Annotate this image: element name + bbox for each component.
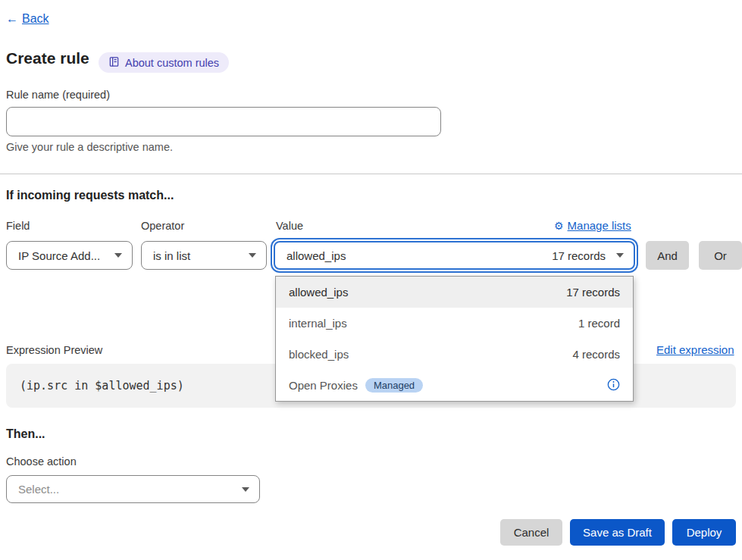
book-icon <box>108 56 120 70</box>
back-arrow-icon: ← <box>6 12 18 26</box>
list-item-blocked-ips[interactable]: blocked_ips 4 records <box>276 339 633 370</box>
gear-icon: ⚙ <box>554 220 564 232</box>
operator-label: Operator <box>141 220 184 232</box>
or-button[interactable]: Or <box>699 241 742 270</box>
chevron-down-icon <box>249 253 256 258</box>
field-label: Field <box>6 220 30 232</box>
match-heading: If incoming requests match... <box>6 189 174 202</box>
back-link[interactable]: ←Back <box>6 12 49 26</box>
manage-lists-link[interactable]: ⚙ Manage lists <box>554 219 631 232</box>
chevron-down-icon <box>114 253 122 258</box>
deploy-button[interactable]: Deploy <box>672 519 736 546</box>
then-heading: Then... <box>6 427 45 441</box>
list-item-internal-ips[interactable]: internal_ips 1 record <box>276 308 633 339</box>
list-item-name: allowed_ips <box>289 286 348 299</box>
list-item-allowed-ips[interactable]: allowed_ips 17 records <box>276 277 633 308</box>
rule-name-label: Rule name (required) <box>6 89 110 101</box>
field-select-value: IP Source Add... <box>18 249 100 262</box>
rule-name-helper: Give your rule a descriptive name. <box>6 141 173 153</box>
back-label: Back <box>22 12 49 26</box>
edit-expression-link[interactable]: Edit expression <box>656 343 734 356</box>
list-item-name: internal_ips <box>289 317 347 330</box>
value-select-value: allowed_ips <box>286 249 346 262</box>
page-title: Create rule <box>6 49 89 67</box>
manage-lists-label: Manage lists <box>568 219 631 232</box>
value-select[interactable]: allowed_ips 17 records <box>274 241 635 270</box>
field-select[interactable]: IP Source Add... <box>6 241 133 270</box>
list-item-records: 1 record <box>578 317 620 330</box>
choose-action-label: Choose action <box>6 455 77 468</box>
value-dropdown-panel: allowed_ips 17 records internal_ips 1 re… <box>275 276 634 402</box>
cancel-button[interactable]: Cancel <box>500 519 562 546</box>
list-item-records: 4 records <box>572 348 620 361</box>
value-select-records: 17 records <box>552 249 606 262</box>
choose-action-placeholder: Select... <box>18 483 59 496</box>
section-divider <box>0 174 742 174</box>
list-item-name: Open Proxies <box>289 379 358 392</box>
info-icon[interactable] <box>607 378 620 393</box>
create-rule-page: ←Back Create rule About custom rules Rul… <box>0 0 742 560</box>
value-label: Value <box>276 220 303 232</box>
list-item-open-proxies[interactable]: Open Proxies Managed <box>276 370 633 401</box>
and-button[interactable]: And <box>646 241 689 270</box>
expression-preview-label: Expression Preview <box>6 344 102 356</box>
about-custom-rules-link[interactable]: About custom rules <box>99 52 229 73</box>
choose-action-select[interactable]: Select... <box>6 475 260 503</box>
chevron-down-icon <box>616 253 624 258</box>
list-item-records: 17 records <box>566 286 620 299</box>
list-item-name: blocked_ips <box>289 348 349 361</box>
edit-expression-label: Edit expression <box>656 343 734 356</box>
managed-badge: Managed <box>365 378 423 393</box>
rule-name-input[interactable] <box>6 107 441 136</box>
chevron-down-icon <box>242 487 249 492</box>
operator-select[interactable]: is in list <box>141 241 267 270</box>
expression-code: (ip.src in $allowed_ips) <box>20 379 184 393</box>
save-as-draft-button[interactable]: Save as Draft <box>570 519 665 546</box>
about-custom-rules-label: About custom rules <box>125 57 219 69</box>
operator-select-value: is in list <box>153 249 190 262</box>
